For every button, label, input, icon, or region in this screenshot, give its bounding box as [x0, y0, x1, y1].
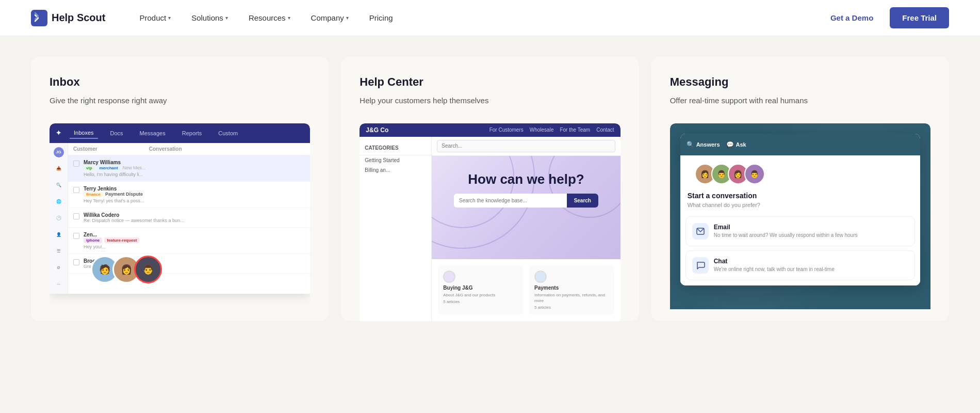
help-center-card-desc: Help your customers help themselves: [360, 95, 620, 107]
inbox-tags: finance Payment Dispute: [84, 192, 305, 197]
hc-nav-customers[interactable]: For Customers: [489, 127, 524, 133]
inbox-preview: Hello, I'm having difficulty li...: [84, 172, 187, 177]
inbox-globe-icon[interactable]: 🌐: [54, 197, 64, 207]
inbox-preview: Re: Dispatch notice — awesome! thanks a …: [84, 218, 187, 223]
navbar: Help Scout Product ▾ Solutions ▾ Resourc…: [0, 0, 980, 36]
hc-hero: How can we help? Search: [432, 156, 620, 259]
tab-ask[interactable]: 💬 Ask: [726, 139, 746, 150]
nav-product-label: Product: [139, 13, 166, 22]
inbox-clock-icon[interactable]: 🕐: [54, 213, 64, 224]
messaging-card-desc: Offer real-time support with real humans: [670, 95, 930, 107]
hc-nav-contact[interactable]: Contact: [596, 127, 614, 133]
inbox-user-icon: JG: [54, 147, 64, 157]
msg-channel-chat[interactable]: Chat We're online right now, talk with o…: [685, 250, 915, 280]
nav-actions: Get a Demo Free Trial: [822, 7, 949, 28]
inbox-topbar: ✦ Inboxes Docs Messages Reports Custom: [50, 123, 310, 143]
msg-channel-email[interactable]: Email No time to wait around? We usually…: [685, 216, 915, 246]
table-row[interactable]: Terry Jenkins finance Payment Dispute He…: [68, 182, 310, 208]
chevron-down-icon: ▾: [168, 15, 171, 21]
inbox-tab-messages[interactable]: Messages: [136, 128, 170, 138]
nav-item-company[interactable]: Company ▾: [303, 9, 357, 26]
table-row[interactable]: Willika Codero Re: Dispatch notice — awe…: [68, 208, 310, 228]
msg-channel-info: Email No time to wait around? We usually…: [714, 224, 858, 239]
tag-finance: finance: [84, 192, 103, 197]
msg-channels: Email No time to wait around? We usually…: [680, 216, 920, 285]
inbox-row-name: Willika Codero: [84, 212, 305, 218]
inbox-status: New Mes...: [123, 165, 146, 171]
hc-nav-wholesale[interactable]: Wholesale: [530, 127, 554, 133]
row-checkbox[interactable]: [73, 161, 79, 167]
inbox-col-conversation: Conversation: [149, 146, 182, 152]
hc-categories-label: CATEGORIES: [360, 141, 431, 155]
hc-cat-billing[interactable]: Billing an...: [360, 165, 431, 175]
inbox-col-customer: Customer: [73, 146, 97, 152]
msg-greeting: Start a conversation What channel do you…: [680, 187, 920, 216]
msg-body: 👩 👨 👩 👨 Start a conversation What channe…: [680, 155, 920, 285]
inbox-person-icon[interactable]: 👤: [54, 230, 64, 240]
msg-channel-chat-title: Chat: [714, 258, 835, 265]
help-center-card: Help Center Help your customers help the…: [341, 57, 639, 321]
inbox-body: JG 📥 🔍 🌐 🕐 👤 ☰ ⊘ ···: [50, 143, 310, 294]
helpscout-logo-icon: [31, 10, 47, 26]
logo-link[interactable]: Help Scout: [31, 10, 105, 26]
nav-item-solutions[interactable]: Solutions ▾: [183, 9, 236, 26]
hc-brand: J&G Co: [366, 126, 388, 134]
tab-answers[interactable]: 🔍 Answers: [687, 139, 720, 150]
table-row[interactable]: Zen... iphone feature-request Hey you!..…: [68, 228, 310, 254]
nav-pricing-label: Pricing: [369, 13, 393, 22]
hc-topbar: J&G Co For Customers Wholesale For the T…: [360, 123, 620, 137]
inbox-mock: ✦ Inboxes Docs Messages Reports Custom J…: [50, 123, 310, 294]
inbox-block-icon[interactable]: ⊘: [54, 263, 64, 273]
inbox-subject: Payment Dispute: [105, 192, 143, 197]
hc-article-icon: [443, 271, 455, 283]
inbox-tab-custom[interactable]: Custom: [214, 128, 242, 138]
inbox-inbox-icon[interactable]: 📥: [54, 164, 64, 174]
inbox-tab-inboxes[interactable]: Inboxes: [70, 128, 98, 139]
inbox-sidebar: JG 📥 🔍 🌐 🕐 👤 ☰ ⊘ ···: [50, 143, 68, 294]
msg-channel-email-title: Email: [714, 224, 858, 231]
row-checkbox[interactable]: [73, 233, 79, 239]
nav-item-pricing[interactable]: Pricing: [361, 9, 401, 26]
msg-team-avatars: 👩 👨 👩 👨: [680, 155, 920, 187]
free-trial-button[interactable]: Free Trial: [890, 7, 949, 28]
chat-icon: 💬: [726, 141, 734, 148]
inbox-tab-docs[interactable]: Docs: [106, 128, 127, 138]
hc-nav-team[interactable]: For the Team: [560, 127, 590, 133]
inbox-tags: vip merchant New Mes...: [84, 165, 305, 171]
email-icon: [692, 223, 709, 240]
inbox-card-title: Inbox: [50, 75, 310, 89]
nav-item-resources[interactable]: Resources ▾: [240, 9, 299, 26]
hc-article-subtitle: Information on payments, refunds, and mo…: [534, 292, 609, 304]
svg-rect-0: [31, 10, 47, 26]
hc-hero-search-input[interactable]: [454, 194, 567, 208]
list-item[interactable]: Payments Information on payments, refund…: [529, 265, 614, 315]
avatar: 👨: [134, 256, 162, 283]
hc-article-count: 5 articles: [443, 299, 518, 304]
row-checkbox[interactable]: [73, 187, 79, 193]
messaging-card-title: Messaging: [670, 75, 930, 89]
msg-mock: 🔍 Answers 💬 Ask: [670, 123, 930, 309]
row-checkbox[interactable]: [73, 213, 79, 219]
inbox-list-icon[interactable]: ☰: [54, 246, 64, 257]
msg-channel-chat-desc: We're online right now, talk with our te…: [714, 266, 835, 273]
row-checkbox[interactable]: [73, 259, 79, 265]
inbox-tags: iphone feature-request: [84, 237, 305, 243]
inbox-tab-reports[interactable]: Reports: [178, 128, 206, 138]
list-item[interactable]: Buying J&G About J&G and our products 5 …: [438, 265, 523, 315]
table-row[interactable]: Marcy Williams vip merchant New Mes... H…: [68, 155, 310, 182]
inbox-list-header: Customer Conversation: [68, 143, 310, 155]
hc-article-subtitle: About J&G and our products: [443, 292, 518, 298]
get-demo-button[interactable]: Get a Demo: [822, 9, 881, 26]
help-center-screenshot: J&G Co For Customers Wholesale For the T…: [360, 123, 620, 321]
hc-hero-search-button[interactable]: Search: [567, 194, 598, 208]
nav-item-product[interactable]: Product ▾: [131, 9, 179, 26]
hc-mock: J&G Co For Customers Wholesale For the T…: [360, 123, 620, 321]
hc-hero-title: How can we help?: [442, 171, 610, 187]
chevron-down-icon: ▾: [346, 15, 349, 21]
inbox-search-icon[interactable]: 🔍: [54, 180, 64, 190]
messaging-card: Messaging Offer real-time support with r…: [651, 57, 949, 321]
hc-cat-getting-started[interactable]: Getting Started: [360, 155, 431, 165]
hc-search-input[interactable]: [437, 140, 615, 152]
tag-iphone: iphone: [84, 237, 102, 243]
inbox-dots-icon[interactable]: ···: [54, 279, 64, 290]
